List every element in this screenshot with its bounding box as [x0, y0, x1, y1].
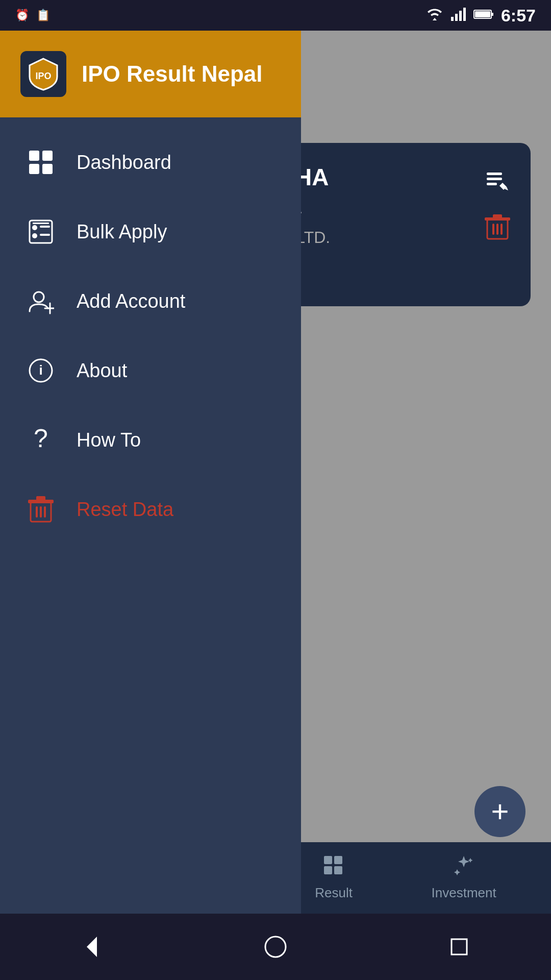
drawer-header: IPO IPO Result Nepal — [0, 31, 301, 117]
drawer-menu: Dashboard Bulk Apply — [0, 117, 301, 980]
svg-point-27 — [32, 233, 37, 238]
sim-icon: 📋 — [36, 9, 50, 22]
status-bar-left: ⏰ 📋 — [15, 9, 50, 22]
svg-text:IPO: IPO — [35, 71, 51, 81]
svg-point-31 — [34, 292, 44, 302]
svg-rect-3 — [463, 8, 466, 21]
svg-rect-0 — [451, 17, 454, 21]
svg-rect-38 — [36, 506, 38, 518]
sidebar-item-how-to[interactable]: ? How To — [0, 405, 301, 475]
wifi-icon — [425, 7, 444, 24]
svg-rect-40 — [44, 506, 46, 518]
svg-rect-24 — [42, 164, 53, 174]
sidebar-item-dashboard[interactable]: Dashboard — [0, 128, 301, 197]
svg-point-26 — [32, 225, 37, 230]
home-button[interactable] — [255, 926, 296, 967]
svg-rect-2 — [459, 11, 462, 21]
svg-marker-43 — [87, 937, 97, 957]
bulk-apply-icon — [26, 216, 56, 247]
svg-rect-21 — [29, 151, 39, 161]
svg-rect-6 — [475, 11, 490, 17]
app-logo: IPO — [20, 51, 66, 97]
svg-rect-45 — [452, 939, 467, 954]
info-icon: i — [26, 355, 56, 386]
sidebar-item-add-account[interactable]: Add Account — [0, 266, 301, 336]
svg-rect-28 — [40, 226, 50, 228]
svg-point-44 — [265, 937, 286, 957]
drawer-overlay: IPO IPO Result Nepal Dashboard — [0, 31, 551, 980]
time-display: 6:57 — [501, 6, 536, 26]
svg-rect-42 — [36, 496, 45, 501]
dashboard-icon — [26, 147, 56, 178]
sidebar-item-reset-data[interactable]: Reset Data — [0, 475, 301, 544]
status-bar-right: 6:57 — [425, 6, 536, 26]
svg-rect-5 — [491, 13, 493, 16]
help-icon: ? — [26, 425, 56, 455]
svg-rect-30 — [33, 223, 49, 224]
reset-delete-icon — [26, 494, 56, 525]
add-account-icon — [26, 286, 56, 316]
status-bar: ⏰ 📋 — [0, 0, 551, 31]
navigation-drawer: IPO IPO Result Nepal Dashboard — [0, 31, 301, 980]
dashboard-label: Dashboard — [77, 152, 171, 174]
how-to-label: How To — [77, 429, 141, 451]
back-button[interactable] — [71, 926, 112, 967]
svg-text:i: i — [39, 362, 42, 378]
alarm-icon: ⏰ — [15, 9, 29, 22]
sidebar-item-bulk-apply[interactable]: Bulk Apply — [0, 197, 301, 266]
bulk-apply-label: Bulk Apply — [77, 221, 167, 243]
svg-rect-1 — [455, 14, 458, 21]
svg-rect-39 — [40, 506, 42, 518]
signal-icon — [451, 7, 466, 24]
system-nav-bar — [0, 914, 551, 980]
add-account-label: Add Account — [77, 290, 185, 312]
svg-text:?: ? — [34, 427, 48, 453]
sidebar-item-about[interactable]: i About — [0, 336, 301, 405]
svg-rect-23 — [29, 164, 39, 174]
about-label: About — [77, 360, 127, 382]
svg-rect-22 — [42, 151, 53, 161]
app-title: IPO Result Nepal — [82, 61, 263, 87]
reset-data-label: Reset Data — [77, 499, 173, 521]
recent-button[interactable] — [439, 926, 480, 967]
svg-rect-29 — [40, 234, 50, 236]
battery-icon — [473, 7, 494, 23]
